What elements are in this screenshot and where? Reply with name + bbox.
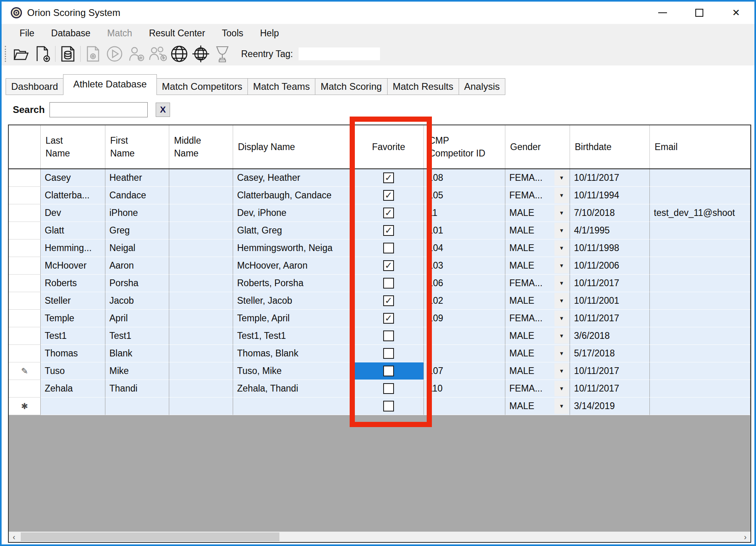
tab-athlete-database[interactable]: Athlete Database	[63, 74, 156, 95]
last-name-cell[interactable]: Casey	[41, 169, 105, 187]
column-header-middle-name[interactable]: Middle Name	[169, 125, 233, 168]
search-clear-button[interactable]: X	[156, 103, 170, 117]
gender-dropdown-button[interactable]: ▼	[554, 275, 569, 291]
gender-cell[interactable]: MALE ▼	[505, 257, 570, 275]
last-name-cell[interactable]: Zehala	[41, 380, 105, 398]
email-cell[interactable]	[650, 310, 750, 327]
cmp-competitor-id-cell[interactable]: 106	[424, 275, 505, 292]
display-name-cell[interactable]: Clatterbaugh, Candace	[233, 187, 354, 204]
column-header-gender[interactable]: Gender	[505, 125, 570, 168]
favorite-cell[interactable]: ✓	[354, 257, 424, 275]
gender-cell[interactable]: MALE ▼	[505, 362, 570, 380]
row-header-cell[interactable]	[9, 204, 41, 222]
favorite-checkbox[interactable]: ✓	[383, 295, 394, 306]
favorite-cell[interactable]: ✓	[354, 292, 424, 310]
gender-cell[interactable]: MALE ▼	[505, 398, 570, 415]
favorite-checkbox[interactable]: ✓	[383, 208, 394, 218]
toolbar-grip-handle[interactable]	[5, 46, 6, 62]
email-cell[interactable]	[650, 327, 750, 345]
gender-cell[interactable]: MALE ▼	[505, 239, 570, 257]
gender-dropdown-button[interactable]: ▼	[554, 293, 569, 309]
tab-match-competitors[interactable]: Match Competitors	[156, 78, 248, 95]
gender-cell[interactable]: FEMA... ▼	[505, 310, 570, 327]
row-header-cell[interactable]: ✱	[9, 398, 41, 415]
first-name-cell[interactable]: Porsha	[105, 275, 169, 292]
display-name-cell[interactable]: Temple, April	[233, 310, 354, 327]
gender-cell[interactable]: MALE ▼	[505, 222, 570, 239]
first-name-cell[interactable]: Candace	[105, 187, 169, 204]
last-name-cell[interactable]: Clatterba...	[41, 187, 105, 204]
cmp-competitor-id-cell[interactable]: 11	[424, 204, 505, 222]
email-cell[interactable]	[650, 275, 750, 292]
last-name-cell[interactable]: McHoover	[41, 257, 105, 275]
gender-dropdown-button[interactable]: ▼	[554, 258, 569, 273]
column-header-birthdate[interactable]: Birthdate	[570, 125, 650, 168]
favorite-checkbox[interactable]: ✓	[383, 190, 394, 201]
middle-name-cell[interactable]	[169, 327, 233, 345]
email-cell[interactable]	[650, 398, 750, 415]
column-header-display-name[interactable]: Display Name	[233, 125, 354, 168]
maximize-button[interactable]	[681, 2, 718, 24]
cmp-competitor-id-cell[interactable]: 109	[424, 310, 505, 327]
gender-dropdown-button[interactable]: ▼	[554, 188, 569, 203]
middle-name-cell[interactable]	[169, 345, 233, 362]
favorite-cell[interactable]: ✓	[354, 187, 424, 204]
email-cell[interactable]	[650, 292, 750, 310]
favorite-checkbox[interactable]	[383, 330, 394, 341]
row-header-cell[interactable]	[9, 239, 41, 257]
last-name-cell[interactable]: Hemming...	[41, 239, 105, 257]
display-name-cell[interactable]: Zehala, Thandi	[233, 380, 354, 398]
gender-cell[interactable]: FEMA... ▼	[505, 275, 570, 292]
gender-cell[interactable]: FEMA... ▼	[505, 187, 570, 204]
row-header-cell[interactable]	[9, 187, 41, 204]
column-header-favorite[interactable]: Favorite	[354, 125, 424, 168]
favorite-cell[interactable]	[354, 275, 424, 292]
display-name-cell[interactable]: Tuso, Mike	[233, 362, 354, 380]
close-button[interactable]: ✕	[718, 2, 754, 24]
middle-name-cell[interactable]	[169, 362, 233, 380]
first-name-cell[interactable]: Thandi	[105, 380, 169, 398]
first-name-cell[interactable]	[105, 398, 169, 415]
tab-analysis[interactable]: Analysis	[459, 78, 505, 95]
middle-name-cell[interactable]	[169, 239, 233, 257]
cmp-competitor-id-cell[interactable]: 105	[424, 187, 505, 204]
new-file-button[interactable]	[32, 44, 53, 64]
column-header-email[interactable]: Email	[650, 125, 750, 168]
reentry-tag-input[interactable]	[299, 47, 380, 60]
row-header-cell[interactable]	[9, 380, 41, 398]
gender-dropdown-button[interactable]: ▼	[554, 398, 569, 414]
gender-dropdown-button[interactable]: ▼	[554, 363, 569, 379]
gender-dropdown-button[interactable]: ▼	[554, 223, 569, 238]
column-header-last-name[interactable]: Last Name	[41, 125, 105, 168]
gender-dropdown-button[interactable]: ▼	[554, 205, 569, 221]
menu-help[interactable]: Help	[252, 28, 287, 39]
display-name-cell[interactable]: McHoover, Aaron	[233, 257, 354, 275]
cmp-competitor-id-cell[interactable]	[424, 327, 505, 345]
middle-name-cell[interactable]	[169, 310, 233, 327]
birthdate-cell[interactable]: 10/11/1998	[570, 239, 650, 257]
birthdate-cell[interactable]: 10/11/2017	[570, 275, 650, 292]
favorite-checkbox[interactable]	[383, 383, 394, 394]
cmp-competitor-id-cell[interactable]: 102	[424, 292, 505, 310]
favorite-checkbox[interactable]	[383, 243, 394, 253]
display-name-cell[interactable]	[233, 398, 354, 415]
menu-tools[interactable]: Tools	[214, 28, 252, 39]
favorite-cell[interactable]	[354, 362, 424, 380]
gender-cell[interactable]: FEMA... ▼	[505, 380, 570, 398]
email-cell[interactable]	[650, 187, 750, 204]
row-header-cell[interactable]	[9, 310, 41, 327]
tab-match-scoring[interactable]: Match Scoring	[315, 78, 387, 95]
horizontal-scrollbar[interactable]: ‹ ›	[9, 532, 750, 542]
search-input[interactable]	[49, 102, 148, 117]
gender-cell[interactable]: FEMA... ▼	[505, 169, 570, 187]
gender-dropdown-button[interactable]: ▼	[554, 240, 569, 256]
favorite-checkbox[interactable]	[383, 348, 394, 359]
cmp-competitor-id-cell[interactable]: 103	[424, 257, 505, 275]
favorite-checkbox[interactable]	[383, 366, 394, 376]
middle-name-cell[interactable]	[169, 380, 233, 398]
display-name-cell[interactable]: Steller, Jacob	[233, 292, 354, 310]
cmp-competitor-id-cell[interactable]: 104	[424, 239, 505, 257]
favorite-checkbox[interactable]: ✓	[383, 172, 394, 183]
gender-dropdown-button[interactable]: ▼	[554, 170, 569, 186]
first-name-cell[interactable]: Jacob	[105, 292, 169, 310]
